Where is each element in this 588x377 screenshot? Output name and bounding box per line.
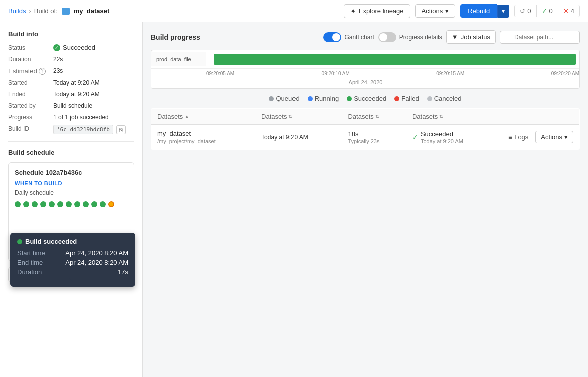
progress-details-toggle[interactable] [378, 32, 396, 42]
schedule-dot-8[interactable] [74, 201, 80, 207]
right-panel: Build progress Gantt chart Progress deta… [143, 22, 588, 377]
build-id-badge: '6c-dd3219bdc8fb [53, 125, 113, 134]
main-layout: Build info Status Succeeded Duration 22s… [0, 22, 588, 377]
th-datasets-duration[interactable]: Datasets ⇅ [342, 109, 406, 125]
rebuild-button[interactable]: Rebuild [460, 4, 497, 18]
ended-row: Ended Today at 9:20 AM [8, 90, 134, 98]
status-row: Status Succeeded [8, 44, 134, 51]
dataset-path-search[interactable] [500, 31, 580, 44]
copy-build-id-button[interactable]: ⎘ [116, 125, 126, 134]
gantt-bar-area [206, 50, 579, 68]
estimated-label: Estimated ? [8, 67, 53, 75]
succeeded-dot [347, 96, 352, 101]
help-icon[interactable]: ? [39, 68, 46, 75]
gantt-date: April 24, 2020 [151, 78, 579, 88]
running-dot [308, 96, 313, 101]
progress-details-toggle-group: Progress details [378, 32, 442, 42]
sort-icon-4: ⇅ [439, 114, 443, 119]
search-wrapper: 🔍 [500, 31, 580, 44]
chevron-down-icon: ▾ [445, 7, 449, 15]
schedule-dot-10[interactable] [91, 201, 97, 207]
gantt-time-1: 09:20:05 AM [206, 71, 234, 76]
gantt-chart-toggle[interactable] [323, 32, 341, 42]
refresh-icon: ↺ [520, 7, 525, 15]
actions-button[interactable]: Actions ▾ [415, 4, 456, 18]
build-progress-title: Build progress [151, 33, 200, 41]
sort-icon-2: ⇅ [288, 114, 292, 119]
th-datasets-status[interactable]: Datasets ⇅ [406, 109, 499, 125]
th-datasets-time[interactable]: Datasets ⇅ [255, 109, 342, 125]
gantt-time-3: 09:20:15 AM [436, 71, 464, 76]
status-badge: ✓ Succeeded Today at 9:20 AM [412, 130, 493, 144]
duration-value: 22s [53, 55, 63, 63]
schedule-dot-6[interactable] [57, 201, 63, 207]
estimated-row: Estimated ? 23s [8, 67, 134, 75]
tooltip-end-value: Apr 24, 2020 8:20 AM [65, 259, 128, 266]
gantt-chart-toggle-group: Gantt chart [323, 32, 374, 42]
schedule-time: Daily schedule [15, 189, 128, 196]
breadcrumb-builds-link[interactable]: Builds [8, 7, 26, 15]
legend-succeeded: Succeeded [347, 95, 386, 102]
schedule-dot-1[interactable] [15, 201, 21, 207]
tooltip-title: Build succeeded [17, 238, 128, 245]
schedule-dot-2[interactable] [23, 201, 29, 207]
dataset-path: /my_project/my_dataset [157, 138, 249, 144]
legend-canceled: Canceled [427, 95, 462, 102]
legend-queued: Queued [269, 95, 299, 102]
row-actions-button[interactable]: Actions ▾ [535, 131, 573, 143]
status-value: Succeeded [53, 44, 95, 51]
schedule-card-title: Schedule 102a7b436c [15, 169, 128, 176]
left-panel: Build info Status Succeeded Duration 22s… [0, 22, 143, 377]
schedule-dot-3[interactable] [32, 201, 38, 207]
build-id-value: '6c-dd3219bdc8fb ⎘ [53, 125, 126, 134]
dataset-icon [62, 8, 70, 15]
th-datasets-name[interactable]: Datasets ▲ [151, 109, 256, 125]
job-status-filter-button[interactable]: ▼ Job status [446, 30, 496, 44]
build-success-tooltip: Build succeeded Start time Apr 24, 2020 … [10, 233, 135, 287]
right-panel-header: Build progress Gantt chart Progress deta… [151, 30, 580, 44]
build-id-label: Build ID [8, 125, 53, 134]
tooltip-arrow [69, 278, 77, 282]
status-success-icon [53, 44, 60, 51]
progress-value: 1 of 1 job succeeded [53, 113, 109, 121]
actions-chevron-icon: ▾ [564, 133, 568, 141]
schedule-card: Schedule 102a7b436c WHEN TO BUILD Daily … [8, 162, 134, 261]
schedule-dot-9[interactable] [83, 201, 89, 207]
dataset-status-cell: ✓ Succeeded Today at 9:20 AM [406, 125, 499, 150]
gantt-chart-label: Gantt chart [344, 34, 374, 41]
legend-failed: Failed [394, 95, 419, 102]
table-header: Datasets ▲ Datasets ⇅ Datasets ⇅ [151, 109, 580, 125]
typically-value: Typically 23s [348, 138, 400, 144]
logs-button[interactable]: ≡ Logs [505, 132, 531, 143]
build-schedule-title: Build schedule [8, 149, 134, 156]
divider-1 [8, 141, 134, 142]
success-check-icon: ✓ [412, 133, 418, 141]
ended-value: Today at 9:20 AM [53, 90, 100, 98]
gantt-chart: prod_data_file 09:20:05 AM 09:20:10 AM 0… [151, 50, 580, 89]
breadcrumb: Builds › Build of: my_dataset [8, 7, 109, 15]
schedule-dot-4[interactable] [40, 201, 46, 207]
gantt-spacer [151, 71, 206, 76]
sort-icon-3: ⇅ [375, 114, 379, 119]
rebuild-dropdown-button[interactable]: ▾ [497, 5, 509, 18]
progress-label: Progress [8, 113, 53, 121]
ended-label: Ended [8, 90, 53, 98]
gantt-bar [214, 54, 576, 65]
tooltip-duration-row: Duration 17s [17, 268, 128, 276]
sort-icon-1: ▲ [184, 114, 189, 119]
started-by-value: Build schedule [53, 102, 92, 109]
gantt-time-2: 09:20:10 AM [322, 71, 350, 76]
check-counter: ✓ 0 [537, 5, 558, 17]
schedule-dot-5[interactable] [49, 201, 55, 207]
started-label: Started [8, 79, 53, 86]
schedule-dot-7[interactable] [66, 201, 72, 207]
schedule-dot-current[interactable] [108, 201, 114, 207]
breadcrumb-dataset-name: my_dataset [74, 7, 110, 15]
schedule-dot-11[interactable] [100, 201, 106, 207]
lineage-icon: ✦ [350, 7, 356, 15]
duration-row: Duration 22s [8, 55, 134, 63]
progress-row: Progress 1 of 1 job succeeded [8, 113, 134, 121]
canceled-dot [427, 96, 432, 101]
explore-lineage-button[interactable]: ✦ Explore lineage [344, 4, 410, 18]
topbar-actions: ✦ Explore lineage Actions ▾ Rebuild ▾ ↺ … [344, 4, 580, 18]
